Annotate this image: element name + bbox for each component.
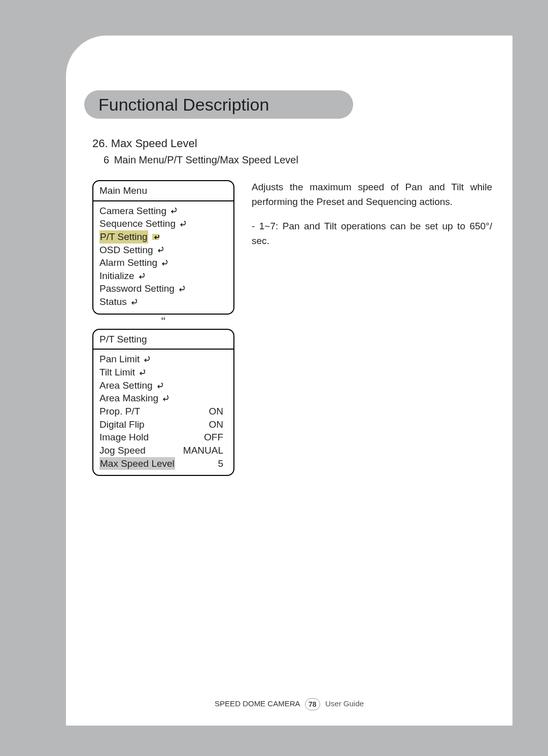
main-menu-item-label: Password Setting — [99, 282, 175, 295]
footer-left: SPEED DOME CAMERA — [215, 699, 300, 708]
pt-menu-item-label: Pan Limit — [99, 353, 140, 366]
main-menu-item-label: OSD Setting — [99, 244, 153, 257]
page-header-title: Functional Description — [98, 95, 269, 115]
pt-menu-item-label: Area Masking — [99, 392, 158, 405]
section-heading: 26. Max Speed Level — [92, 137, 492, 150]
pt-menu-item-value: OFF — [204, 431, 227, 444]
description-bullet-1: - 1~7: Pan and Tilt operations can be se… — [252, 219, 492, 248]
pt-menu-item-row: Max Speed Level5 — [99, 457, 227, 470]
main-menu-item-label: Alarm Setting — [99, 256, 157, 269]
pt-menu-item-value: MANUAL — [183, 444, 227, 457]
main-menu-item-row: Sequence Setting — [99, 217, 227, 230]
submenu-cursor-icon — [157, 247, 164, 253]
section-number: 26. — [92, 137, 108, 150]
pt-menu-item-row: Area Masking — [99, 392, 227, 405]
main-menu-item-row: Camera Setting — [99, 204, 227, 218]
main-menu-item-row: OSD Setting — [99, 244, 227, 257]
section-title-text: Max Speed Level — [111, 137, 197, 150]
enter-cursor-icon — [152, 234, 159, 240]
page-footer: SPEED DOME CAMERA 78 User Guide — [66, 698, 512, 710]
pt-menu-item-label: Max Speed Level — [99, 457, 175, 470]
main-menu-item-label: Camera Setting — [99, 204, 166, 218]
submenu-cursor-icon — [179, 286, 185, 292]
submenu-cursor-icon — [139, 273, 145, 279]
pt-menu-item-value: ON — [209, 418, 228, 431]
breadcrumb-path: Main Menu/P/T Setting/Max Speed Level — [114, 154, 298, 165]
main-menu-item-row: Password Setting — [99, 282, 227, 295]
page-header-pill: Functional Description — [84, 90, 353, 119]
main-menu-item-row: Initialize — [99, 269, 227, 283]
pt-menu-item-label: Digital Flip — [99, 418, 145, 431]
pt-menu-item-value: ON — [209, 405, 228, 418]
main-menu-item-row: P/T Setting — [99, 230, 227, 244]
right-column: Adjusts the maximum speed of Pan and Til… — [252, 180, 492, 258]
document-page: Functional Description 26. Max Speed Lev… — [66, 36, 512, 726]
submenu-cursor-icon — [144, 356, 150, 362]
submenu-cursor-icon — [131, 299, 138, 305]
pt-menu-item-label: Area Setting — [99, 379, 153, 392]
main-menu-item-label: Status — [99, 295, 127, 308]
content-area: 26. Max Speed Level 6 Main Menu/P/T Sett… — [92, 137, 492, 476]
menu-divider-glyph: “ — [92, 315, 234, 329]
pt-menu-body: Pan LimitTilt LimitArea SettingArea Mask… — [93, 350, 233, 475]
submenu-cursor-icon — [157, 383, 163, 389]
pt-menu-item-row: Area Setting — [99, 379, 227, 392]
submenu-cursor-icon — [162, 395, 169, 401]
breadcrumb-number: 6 — [104, 154, 109, 166]
pt-menu-item-row: Tilt Limit — [99, 366, 227, 379]
two-column-layout: Main Menu Camera SettingSequence Setting… — [92, 180, 492, 476]
pt-menu-item-value: 5 — [218, 457, 227, 470]
pt-menu-item-label: Prop. P/T — [99, 405, 140, 418]
pt-menu-item-row: Jog SpeedMANUAL — [99, 444, 227, 457]
main-menu-body: Camera SettingSequence SettingP/T Settin… — [93, 201, 233, 314]
pt-menu-item-row: Image HoldOFF — [99, 431, 227, 444]
breadcrumb: 6 Main Menu/P/T Setting/Max Speed Level — [104, 154, 492, 166]
main-menu-item-label: Sequence Setting — [99, 217, 176, 230]
pt-menu-item-row: Prop. P/TON — [99, 405, 227, 418]
description-paragraph: Adjusts the maximum speed of Pan and Til… — [252, 180, 492, 209]
main-menu-title: Main Menu — [93, 181, 233, 201]
pt-menu-item-label: Image Hold — [99, 431, 149, 444]
pt-menu-item-label: Tilt Limit — [99, 366, 135, 379]
main-menu-box: Main Menu Camera SettingSequence Setting… — [92, 180, 234, 315]
main-menu-item-row: Alarm Setting — [99, 256, 227, 269]
left-column: Main Menu Camera SettingSequence Setting… — [92, 180, 234, 476]
pt-setting-menu-box: P/T Setting Pan LimitTilt LimitArea Sett… — [92, 329, 234, 476]
submenu-cursor-icon — [170, 208, 177, 214]
submenu-cursor-icon — [180, 221, 186, 227]
page-number-badge: 78 — [305, 698, 320, 710]
submenu-cursor-icon — [161, 260, 168, 266]
main-menu-item-label: Initialize — [99, 269, 134, 283]
main-menu-item-row: Status — [99, 295, 227, 308]
pt-menu-item-row: Digital FlipON — [99, 418, 227, 431]
pt-menu-title: P/T Setting — [93, 330, 233, 350]
submenu-cursor-icon — [139, 369, 146, 375]
footer-right: User Guide — [325, 699, 364, 708]
main-menu-item-label: P/T Setting — [99, 230, 148, 244]
pt-menu-item-row: Pan Limit — [99, 353, 227, 366]
pt-menu-item-label: Jog Speed — [99, 444, 146, 457]
